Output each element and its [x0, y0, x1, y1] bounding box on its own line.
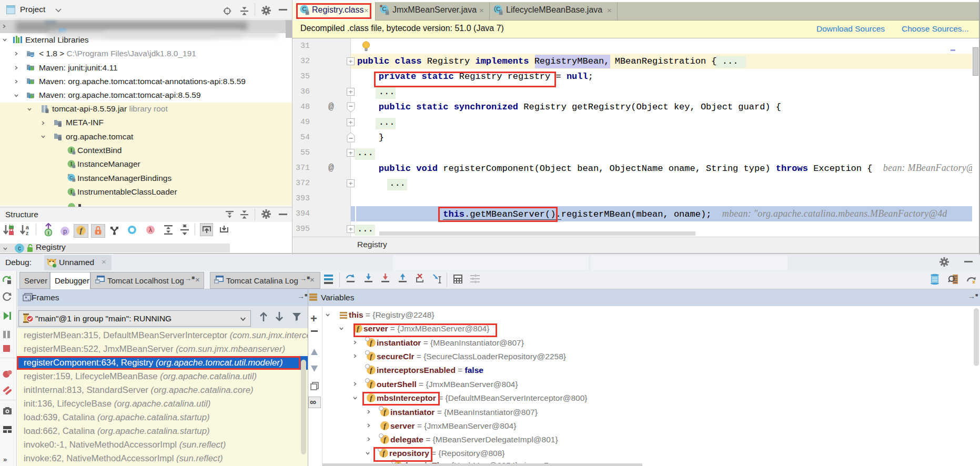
svg-text:I: I [70, 189, 73, 195]
svg-text:C: C [382, 6, 386, 12]
svg-text:I: I [70, 161, 73, 167]
svg-text:z: z [26, 230, 28, 236]
svg-text:I: I [70, 148, 73, 153]
svg-text:I: I [47, 230, 49, 236]
